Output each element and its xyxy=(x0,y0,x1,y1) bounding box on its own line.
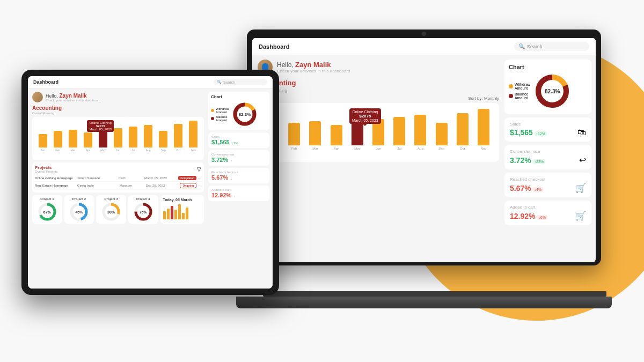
laptop-search[interactable]: 🔍 xyxy=(514,42,589,51)
bar-apr[interactable] xyxy=(331,125,342,145)
proj-date-1: March 15, 2023 xyxy=(144,176,176,180)
stat-card-cart: Added to cart 12.92% ↓6% 🛒 xyxy=(504,201,591,225)
sales-badge: ↑12% xyxy=(535,131,547,136)
sales-value: $1,565 xyxy=(510,128,533,137)
tablet-donut-label: 82.3% xyxy=(239,112,251,117)
stat-value-checkout: 5.67% ↓4% xyxy=(510,184,543,193)
stat-card-conversion: Conversion rate 3.72% ↑23% ↩ xyxy=(504,145,591,169)
search-input[interactable] xyxy=(527,44,585,49)
bar-label-oct: Oct xyxy=(460,147,465,150)
stat-label-checkout: Reached checkout xyxy=(510,177,586,182)
tablet-stat-value-chk: 5.67% xyxy=(211,174,228,181)
project-card-3: Project 3 30% xyxy=(96,195,126,224)
conversion-icon: ↩ xyxy=(579,155,586,165)
tbar-oct[interactable] xyxy=(174,124,182,147)
tablet-greeting-line: Hello, Zayn Malik xyxy=(46,93,100,99)
tablet-search-icon: 🔍 xyxy=(217,80,222,84)
tablet-dashboard-title: Dashboard xyxy=(33,79,58,85)
laptop-dashboard-title: Dashboard xyxy=(259,43,289,50)
bar-jun[interactable] xyxy=(372,119,384,145)
mini-donut-label-1: 67% xyxy=(43,210,51,214)
bar-mar[interactable] xyxy=(309,121,321,145)
bar-sep[interactable] xyxy=(436,123,448,145)
tablet-user-row: Hello, Zayn Malik Check your activities … xyxy=(32,92,204,102)
tbar-nov[interactable] xyxy=(189,121,197,147)
project-card-2: Project 2 45% xyxy=(64,195,94,224)
proj-status-2: Ongoing xyxy=(180,183,196,188)
tablet-avatar xyxy=(32,92,43,102)
tbar-jan[interactable] xyxy=(39,134,47,147)
project-card-4: Project 4 75% xyxy=(128,195,158,224)
bar-group-mar: Mar xyxy=(306,121,324,150)
bar-may[interactable] xyxy=(352,111,363,145)
tbar-label-sep: Sep xyxy=(161,149,166,152)
tablet-tooltip: Online Clothing $2075 March 05, 2023 xyxy=(87,120,114,132)
bar-aug[interactable] xyxy=(414,115,426,145)
bar-oct[interactable] xyxy=(457,113,469,145)
proj-dots-1[interactable]: ··· xyxy=(199,176,201,180)
tbar-label-jul: Jul xyxy=(131,149,135,152)
tablet-stat-cart: Added to cart 12.92% ↓ xyxy=(208,186,269,201)
sales-icon: 🛍 xyxy=(577,128,586,137)
today-section: Today, 05 March xyxy=(160,195,204,224)
proj-role-1: CEO xyxy=(119,176,142,180)
tablet-search[interactable]: 🔍 Search xyxy=(214,79,267,85)
tablet-stat-label-sales: Sales xyxy=(211,135,266,138)
tablet-legend-dot-b xyxy=(211,117,214,120)
tbar-mar[interactable] xyxy=(69,130,77,147)
tablet-search-text: Search xyxy=(223,80,235,84)
tbar-group-apr: Apr xyxy=(81,132,94,152)
proj-name-2: Real Estate Homepage xyxy=(35,184,75,187)
tbar-jul[interactable] xyxy=(129,127,137,147)
tbar-group-feb: Feb xyxy=(51,131,64,152)
tablet-legend-dot-w xyxy=(211,109,214,112)
legend-item-withdraw: WithdrawAmount xyxy=(509,83,530,90)
tablet-main: Hello, Zayn Malik Check your activities … xyxy=(28,88,208,287)
sort-label[interactable]: Sort by: Monthly xyxy=(468,96,499,101)
stat-value-cart: 12.92% ↓6% xyxy=(510,212,547,220)
legend-dot-withdraw xyxy=(509,84,513,88)
tablet-device: Dashboard 🔍 Search xyxy=(21,70,279,295)
tbar-sep[interactable] xyxy=(159,131,167,147)
scene: Dashboard 🔍 xyxy=(0,0,644,362)
tablet-screen: Dashboard 🔍 Search xyxy=(28,76,273,289)
stat-card-checkout: Reached checkout 5.67% ↓4% 🛒 xyxy=(504,173,591,197)
stat-row-sales: $1,565 ↑12% 🛍 xyxy=(510,128,586,137)
bar-nov[interactable] xyxy=(478,109,489,145)
proj-dots-2[interactable]: ··· xyxy=(199,184,201,187)
mini-donut-3: 30% xyxy=(101,202,121,221)
bar-group-sep: Sep xyxy=(433,123,451,150)
greeting-name: Zayn Malik xyxy=(295,61,331,69)
pc-title-3: Project 3 xyxy=(104,197,118,201)
filter-icon[interactable]: ▽ xyxy=(197,166,201,172)
stat-label-cart: Added to cart xyxy=(510,205,586,210)
tablet-stat-conversion: Conversion rate 3.72% ↑ xyxy=(208,150,269,166)
cart-value: 12.92% xyxy=(510,212,535,220)
legend-dot-balance xyxy=(509,94,513,98)
tablet-legend-withdraw: WithdrawAmount xyxy=(211,107,229,114)
proj-date-2: Dec 25, 2022 xyxy=(146,184,178,187)
laptop-device: Dashboard 🔍 xyxy=(247,29,612,308)
tablet-stat-sales: Sales $1,565 ↑1% xyxy=(208,132,269,148)
tablet-bar-chart: Online Clothing $2075 March 05, 2023 Jan… xyxy=(32,117,204,160)
bar-feb[interactable] xyxy=(288,123,300,145)
laptop-frame: Dashboard 🔍 xyxy=(247,29,601,265)
bar-jul[interactable] xyxy=(393,117,405,145)
chart-legend: WithdrawAmount BalanceAmount xyxy=(509,83,530,100)
tbar-apr[interactable] xyxy=(84,132,92,147)
tablet-stat-label-chk: Reached checkout xyxy=(211,171,266,174)
tbar-label-aug: Aug xyxy=(146,149,151,152)
laptop-header: Dashboard 🔍 xyxy=(252,38,596,55)
tablet-stat-badge-conv: ↑ xyxy=(230,159,232,162)
tablet-donut: 82.3% xyxy=(231,101,258,128)
bar-group-jul: Jul xyxy=(390,117,408,150)
tbar-aug[interactable] xyxy=(144,125,152,147)
proj-person-2: Geeta Ingle xyxy=(77,184,118,187)
tbar-jun[interactable] xyxy=(114,128,122,147)
tbar-feb[interactable] xyxy=(54,131,62,147)
tbar-label-jun: Jun xyxy=(116,149,120,152)
tablet-greeting-name: Zayn Malik xyxy=(60,93,87,99)
bar-group-may: May xyxy=(348,111,367,150)
bar-label-nov: Nov xyxy=(481,147,487,150)
tablet-chart-title: Chart xyxy=(211,94,267,99)
